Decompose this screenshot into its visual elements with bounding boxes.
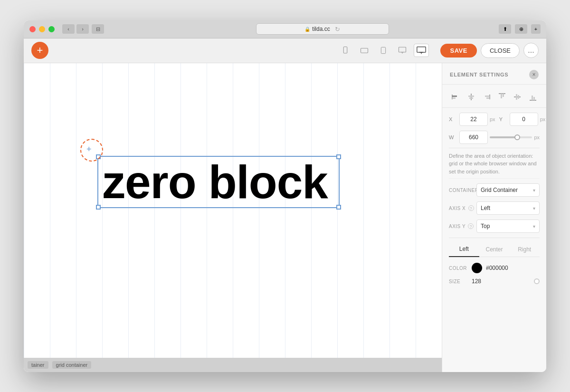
w-label: W [449,134,457,140]
forward-button[interactable]: › [76,24,89,34]
w-slider-fill [490,136,517,138]
save-button[interactable]: SAVE [440,44,476,57]
sidebar-toggle-button[interactable]: ⊟ [92,24,104,34]
svg-rect-1 [361,48,368,53]
grid-line [102,63,128,358]
device-icons [338,44,429,57]
resize-handle-tr[interactable] [336,154,341,159]
nav-buttons: ‹ › [62,24,89,34]
svg-rect-0 [344,47,348,54]
resize-handle-bl[interactable] [96,205,101,210]
tab-center[interactable]: Center [479,242,510,257]
more-button[interactable]: ... [523,43,539,58]
add-cursor: + [85,143,99,157]
align-right-icon[interactable] [480,90,493,104]
close-traffic-light[interactable] [29,26,36,32]
x-input[interactable] [459,113,488,126]
y-input[interactable] [510,113,538,126]
align-bottom-icon[interactable] [526,90,540,104]
grid-line [233,63,259,358]
title-bar-right: ⬆ ⊕ + [389,24,541,34]
w-unit: px [534,134,540,140]
maximize-traffic-light[interactable] [48,26,55,32]
right-panel: ELEMENT SETTINGS × [442,63,546,372]
container-select[interactable]: Grid Container ▾ [476,183,540,197]
lock-icon: 🔒 [304,27,310,32]
grid-line [154,63,180,358]
desc-text: Define the area of object orientation: g… [449,152,540,179]
align-top-icon[interactable] [495,90,509,104]
xy-field-row: X px Y px [449,113,540,126]
axis-x-value: Left [481,205,490,211]
url-bar[interactable]: 🔒 tilda.cc ↻ [256,23,389,35]
grid-line [76,63,102,358]
grid-line [416,63,442,358]
align-icons-row [442,85,546,108]
align-center-v-icon[interactable] [465,90,478,104]
svg-rect-13 [468,96,474,97]
size-row: SIZE 128 [449,278,540,285]
axis-x-help-icon: ? [468,205,474,211]
svg-rect-23 [518,95,519,99]
toolbar-right: SAVE CLOSE ... [440,43,539,58]
align-left-icon[interactable] [449,90,462,104]
share-icon[interactable]: ⬆ [499,24,511,34]
canvas-area[interactable]: + zero block tainer grid container [24,63,442,372]
axis-y-select[interactable]: Top ▾ [476,220,540,233]
panel-close-button[interactable]: × [529,70,539,79]
resize-handle-br[interactable] [336,205,341,210]
color-row: COLOR #000000 [449,263,540,273]
tab-left[interactable]: Left [449,242,479,257]
panel-title: ELEMENT SETTINGS [450,72,508,77]
axis-y-label: AXIS Y ? [449,223,476,229]
divider-2 [449,238,540,238]
container-label: CONTAINER [449,188,476,193]
new-tab-icon[interactable]: ⊕ [515,24,527,34]
back-button[interactable]: ‹ [62,24,75,34]
bottom-tag-container: tainer [28,361,48,369]
grid-line [24,63,50,358]
w-slider-thumb[interactable] [514,134,520,140]
reload-icon[interactable]: ↻ [335,26,340,33]
svg-rect-16 [485,96,490,97]
y-label: Y [499,116,508,122]
x-label: X [449,116,457,122]
grid-line [311,63,337,358]
bottom-strip: tainer grid container [24,358,442,372]
grid-line [259,63,285,358]
size-slider-thumb[interactable] [534,278,540,284]
grid-line [180,63,207,358]
canvas-inner: + zero block [24,63,442,358]
align-middle-icon[interactable] [511,90,524,104]
w-input[interactable] [459,131,488,144]
svg-rect-6 [417,47,426,53]
svg-rect-2 [381,47,386,53]
axis-y-help-icon: ? [468,223,474,229]
zeroblock-element[interactable]: zero block [97,156,340,209]
color-swatch[interactable] [472,263,482,273]
device-desktop-full-icon[interactable] [414,44,429,57]
minimize-traffic-light[interactable] [39,26,45,32]
device-tablet-landscape-icon[interactable] [357,44,372,57]
add-button[interactable]: + [31,42,48,59]
grid-line [337,63,363,358]
device-desktop-half-icon[interactable] [395,44,410,57]
grid-line [207,63,233,358]
svg-rect-17 [486,97,490,99]
close-button[interactable]: CLOSE [481,43,520,58]
svg-rect-22 [516,94,517,100]
w-slider[interactable] [490,136,532,138]
zeroblock-text: zero block [98,157,339,208]
axis-y-chevron-icon: ▾ [533,224,535,229]
x-unit: px [490,116,495,122]
device-tablet-portrait-icon[interactable] [376,44,391,57]
svg-rect-3 [399,47,406,52]
device-phone-icon[interactable] [338,44,353,57]
container-row: CONTAINER Grid Container ▾ [449,183,540,197]
axis-x-select[interactable]: Left ▾ [476,201,540,215]
tab-right[interactable]: Right [509,242,540,257]
add-tab-icon[interactable]: + [531,24,541,34]
bottom-tag-grid-container: grid container [52,361,92,369]
main-area: + zero block tainer grid container [24,63,546,372]
grid-line [285,63,311,358]
